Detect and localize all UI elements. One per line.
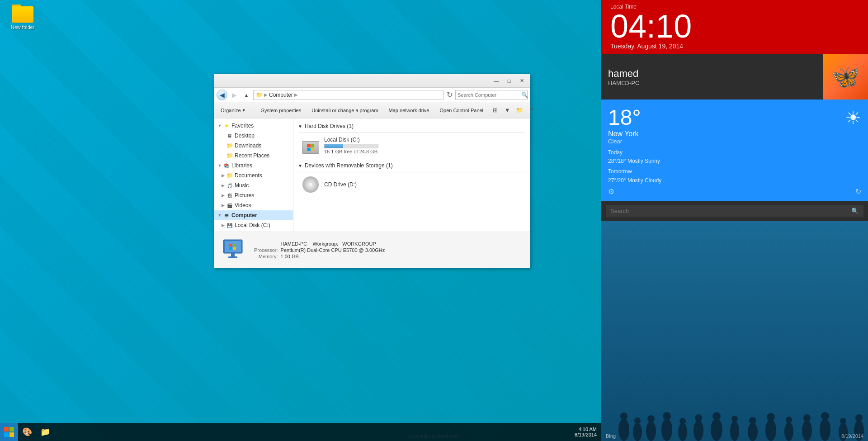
organize-button[interactable]: Organize ▼ xyxy=(217,104,250,116)
svg-point-31 xyxy=(802,420,812,441)
forward-button[interactable]: ▶ xyxy=(229,90,240,100)
svg-point-21 xyxy=(711,418,722,441)
sidebar-item-documents[interactable]: ▶ 📁 Documents xyxy=(214,171,293,180)
music-label: Music xyxy=(235,182,249,189)
local-disk-space: 16.1 GB free of 24.8 GB xyxy=(324,149,522,154)
file-explorer-window: — □ ✕ ◀ ▶ ▲ 📁 ▶ Computer ▶ ↻ 🔍 xyxy=(214,74,530,268)
svg-point-30 xyxy=(786,417,792,423)
svg-point-14 xyxy=(647,415,655,422)
right-search-button[interactable]: 🔍 xyxy=(847,205,863,217)
up-button[interactable]: ▲ xyxy=(241,90,252,100)
expand-pictures[interactable]: ▶ xyxy=(220,192,226,199)
today-forecast: Today 28°/18° Mostly Sunny xyxy=(608,148,861,166)
expand-videos[interactable]: ▶ xyxy=(220,202,226,209)
back-button[interactable]: ◀ xyxy=(217,90,227,100)
map-network-button[interactable]: Map network drive xyxy=(385,104,434,116)
butterfly-image: 🦋 xyxy=(823,54,868,100)
collapse-removable-icon: ▼ xyxy=(298,163,302,168)
search-input[interactable] xyxy=(458,92,520,98)
sidebar-item-computer[interactable]: ▼ 💻 Computer xyxy=(214,210,293,220)
right-search-input[interactable] xyxy=(606,205,847,217)
expand-computer[interactable]: ▼ xyxy=(217,212,223,218)
search-bar[interactable]: 🔍 xyxy=(455,90,528,100)
expand-favorites[interactable]: ▼ xyxy=(217,123,223,129)
weather-refresh-icon[interactable]: ↻ xyxy=(855,187,861,196)
hdd-divider xyxy=(298,133,525,133)
organize-label: Organize xyxy=(221,108,241,113)
cd-drive-item[interactable]: CD Drive (D:) xyxy=(298,173,525,196)
removable-section-header[interactable]: ▼ Devices with Removable Storage (1) xyxy=(298,160,525,171)
sidebar-item-videos[interactable]: ▶ 🎬 Videos xyxy=(214,200,293,210)
desktop-folder-icon[interactable]: New folder xyxy=(5,5,41,30)
user-pc: HAMED-PC xyxy=(608,80,816,86)
weather-city: New York xyxy=(608,130,641,138)
view-toggle-button[interactable]: ▼ xyxy=(502,105,513,116)
maximize-button[interactable]: □ xyxy=(503,76,515,85)
sidebar-item-music[interactable]: ▶ 🎵 Music xyxy=(214,180,293,190)
recent-places-icon: 📁 xyxy=(226,152,233,159)
expand-libraries[interactable]: ▼ xyxy=(217,162,223,169)
computer-svg xyxy=(221,239,246,261)
downloads-label: Downloads xyxy=(235,142,261,149)
sidebar-item-desktop[interactable]: 🖥 Desktop xyxy=(214,131,293,141)
sidebar-item-recent-places[interactable]: 📁 Recent Places xyxy=(214,151,293,161)
new-folder-button[interactable]: 📁 xyxy=(514,105,525,116)
local-disk-icon-container xyxy=(302,136,320,154)
bing-tile: Bing 8/19/2014 xyxy=(601,221,868,441)
expand-music[interactable]: ▶ xyxy=(220,182,226,189)
downloads-icon: 📁 xyxy=(226,142,233,149)
weather-condition: Clear xyxy=(608,138,641,145)
organize-dropdown-icon: ▼ xyxy=(242,108,246,113)
videos-icon: 🎬 xyxy=(226,202,233,209)
start-button[interactable] xyxy=(0,423,18,441)
minimize-button[interactable]: — xyxy=(491,76,502,85)
sidebar-item-local-disk[interactable]: ▶ 💾 Local Disk (C:) xyxy=(214,220,293,230)
local-disk-item[interactable]: Local Disk (C:) 16.1 GB free of 24.8 GB xyxy=(298,134,525,156)
search-icon: 🔍 xyxy=(521,92,528,98)
sidebar-item-favorites[interactable]: ▼ ★ Favorites xyxy=(214,121,293,131)
title-bar: — □ ✕ xyxy=(214,74,530,88)
cd-drive-graphic xyxy=(302,176,319,193)
sidebar-item-libraries[interactable]: ▼ 📚 Libraries xyxy=(214,161,293,171)
search-tile[interactable]: 🔍 xyxy=(601,201,868,221)
user-info: hamed HAMED-PC xyxy=(601,54,823,100)
svg-point-20 xyxy=(695,414,702,422)
user-tile[interactable]: hamed HAMED-PC 🦋 xyxy=(601,54,868,100)
pictures-label: Pictures xyxy=(235,192,254,199)
music-icon: 🎵 xyxy=(226,182,233,189)
svg-point-36 xyxy=(840,418,846,424)
taskbar-paint-button[interactable]: 🎨 xyxy=(18,423,36,441)
hostname-label xyxy=(253,241,279,247)
close-button[interactable]: ✕ xyxy=(516,76,528,85)
crumb-computer: Computer xyxy=(269,92,293,98)
hard-disk-section-label: Hard Disk Drives (1) xyxy=(305,123,354,129)
address-path[interactable]: 📁 ▶ Computer ▶ xyxy=(253,90,443,100)
help-button[interactable]: ? xyxy=(526,105,537,116)
date-display: 8/19/2014 xyxy=(575,432,597,437)
computer-label: Computer xyxy=(231,212,257,218)
taskbar-time[interactable]: 4:10 AM 8/19/2014 xyxy=(575,423,597,441)
sidebar-item-downloads[interactable]: 📁 Downloads xyxy=(214,141,293,151)
windows-logo-small xyxy=(307,144,314,151)
refresh-button[interactable]: ↻ xyxy=(445,90,454,100)
local-disk-icon: 💾 xyxy=(226,222,233,228)
open-control-panel-button[interactable]: Open Control Panel xyxy=(435,104,487,116)
weather-temp: 18° xyxy=(608,105,641,130)
svg-point-25 xyxy=(748,423,758,441)
svg-point-33 xyxy=(820,418,830,441)
svg-rect-3 xyxy=(228,256,237,258)
tomorrow-forecast: Tomorrow 27°/20° Mostly Cloudy xyxy=(608,167,861,185)
weather-settings-icon[interactable]: ⚙ xyxy=(608,188,614,195)
sidebar-item-pictures[interactable]: ▶ 🖼 Pictures xyxy=(214,190,293,200)
hard-disk-section-header[interactable]: ▼ Hard Disk Drives (1) xyxy=(298,121,525,132)
cd-drive-name: CD Drive (D:) xyxy=(324,181,522,188)
local-disk-label: Local Disk (C:) xyxy=(235,222,270,228)
toolbar: Organize ▼ System properties Uninstall o… xyxy=(214,102,530,119)
system-properties-button[interactable]: System properties xyxy=(257,104,306,116)
svg-point-24 xyxy=(731,416,738,422)
expand-documents[interactable]: ▶ xyxy=(220,172,226,179)
uninstall-button[interactable]: Uninstall or change a program xyxy=(307,104,382,116)
expand-local-disk[interactable]: ▶ xyxy=(220,222,226,228)
view-options-button[interactable]: ⊞ xyxy=(490,105,500,116)
taskbar-folder-button[interactable]: 📁 xyxy=(36,423,54,441)
